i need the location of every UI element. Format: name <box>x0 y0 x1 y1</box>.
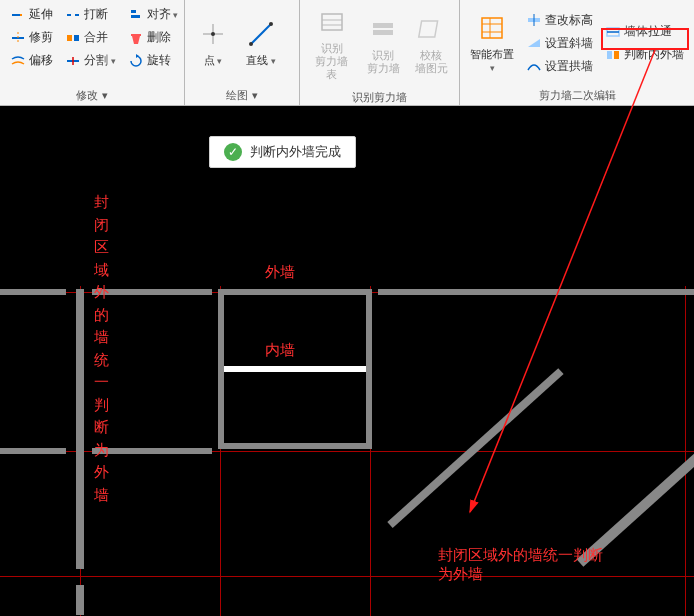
wall-segment <box>378 289 694 295</box>
line-label: 直线 <box>246 54 276 67</box>
rotate-button[interactable]: 旋转 <box>124 50 183 71</box>
merge-label: 合并 <box>84 29 108 46</box>
check-element-button: 校核 墙图元 <box>407 9 455 79</box>
point-label: 点 <box>204 54 223 67</box>
recognize-table-button: 识别 剪力墙表 <box>304 2 359 86</box>
smart-label: 智能布置 <box>470 48 514 74</box>
smart-layout-button[interactable]: 智能布置 <box>464 8 520 78</box>
wall-segment <box>0 448 66 454</box>
set-slope-button[interactable]: 设置斜墙 <box>522 33 597 54</box>
svg-point-15 <box>211 32 215 36</box>
ribbon-toolbar: 延伸 修剪 偏移 打断 合并 分割 对齐 删除 旋转 修改 ▾ 点 <box>0 0 694 106</box>
svg-line-16 <box>251 24 271 44</box>
set-arch-button[interactable]: 设置拱墙 <box>522 56 597 77</box>
recog-wall-label: 识别 剪力墙 <box>367 49 400 75</box>
svg-rect-32 <box>607 51 612 59</box>
bottom-annotation: 封闭区域外的墙统一判断 为外墙 <box>438 546 603 584</box>
svg-rect-19 <box>322 14 342 30</box>
wall-through-button[interactable]: 墙体拉通 <box>601 21 688 42</box>
vertical-annotation: 封闭区域外的墙统一判断为外墙 <box>94 191 109 506</box>
align-label: 对齐 <box>147 6 179 23</box>
svg-rect-12 <box>131 34 141 36</box>
svg-rect-10 <box>131 10 136 13</box>
break-button[interactable]: 打断 <box>61 4 120 25</box>
extend-icon <box>10 7 26 23</box>
align-button[interactable]: 对齐 <box>124 4 183 25</box>
draw-group-title: 绘图 ▾ <box>189 84 295 105</box>
svg-rect-11 <box>131 15 140 18</box>
check-elevation-button[interactable]: 查改标高 <box>522 10 597 31</box>
trim-button[interactable]: 修剪 <box>6 27 57 48</box>
rotate-icon <box>128 53 144 69</box>
extend-label: 延伸 <box>29 6 53 23</box>
wall-segment <box>0 289 66 295</box>
edit-group-title: 剪力墙二次编辑 <box>464 84 690 105</box>
offset-label: 偏移 <box>29 52 53 69</box>
axis-line-v <box>685 286 686 616</box>
recog-table-label: 识别 剪力墙表 <box>310 42 353 82</box>
split-button[interactable]: 分割 <box>61 50 120 71</box>
check-elem-label: 校核 墙图元 <box>415 49 448 75</box>
trim-label: 修剪 <box>29 29 53 46</box>
trim-icon <box>10 30 26 46</box>
break-icon <box>65 7 81 23</box>
check-elev-label: 查改标高 <box>545 12 593 29</box>
through-icon <box>605 24 621 40</box>
align-icon <box>128 7 144 23</box>
toast-success: ✓ 判断内外墙完成 <box>209 136 356 168</box>
extend-button[interactable]: 延伸 <box>6 4 57 25</box>
judge-wall-button[interactable]: 判断内外墙 <box>601 44 688 65</box>
outer-wall-label: 外墙 <box>265 263 295 282</box>
wall-icon <box>367 13 399 45</box>
svg-rect-33 <box>614 51 619 59</box>
merge-icon <box>65 30 81 46</box>
svg-line-34 <box>470 50 655 512</box>
line-icon <box>245 18 277 50</box>
ribbon-group-modify: 延伸 修剪 偏移 打断 合并 分割 对齐 删除 旋转 修改 ▾ <box>0 0 185 105</box>
break-label: 打断 <box>84 6 108 23</box>
modify-group-title: 修改 ▾ <box>4 84 180 105</box>
arch-icon <box>526 58 542 74</box>
line-button[interactable]: 直线 <box>237 14 285 71</box>
svg-point-18 <box>269 22 273 26</box>
svg-rect-7 <box>74 35 79 41</box>
check-icon: ✓ <box>224 143 242 161</box>
wall-segment <box>76 289 84 569</box>
recognize-wall-button: 识别 剪力墙 <box>359 9 407 79</box>
wall-segment <box>76 585 84 615</box>
table-icon <box>316 6 348 38</box>
elev-icon <box>526 12 542 28</box>
room-inner-wall <box>224 366 366 372</box>
check-elem-icon <box>415 13 447 45</box>
ribbon-group-recognize: 识别 剪力墙表 识别 剪力墙 校核 墙图元 识别剪力墙 <box>300 0 460 105</box>
point-button[interactable]: 点 <box>189 14 237 71</box>
offset-icon <box>10 53 26 69</box>
slope-icon <box>526 35 542 51</box>
split-icon <box>65 53 81 69</box>
svg-rect-24 <box>482 18 502 38</box>
drawing-canvas[interactable]: ✓ 判断内外墙完成 外墙 内墙 封闭区域外的墙统一判断为外墙 封闭区域外的墙统一… <box>0 106 694 616</box>
judge-icon <box>605 47 621 63</box>
ribbon-group-draw: 点 直线 绘图 ▾ <box>185 0 300 105</box>
point-icon <box>197 18 229 50</box>
wall-segment <box>92 289 212 295</box>
inner-wall-label: 内墙 <box>265 341 295 360</box>
ribbon-group-edit: 智能布置 查改标高 设置斜墙 设置拱墙 墙体拉通 判断内外墙 剪力墙二次编辑 <box>460 0 694 105</box>
through-label: 墙体拉通 <box>624 23 672 40</box>
set-slope-label: 设置斜墙 <box>545 35 593 52</box>
svg-rect-23 <box>373 30 393 35</box>
svg-rect-6 <box>67 35 72 41</box>
delete-label: 删除 <box>147 29 171 46</box>
merge-button[interactable]: 合并 <box>61 27 120 48</box>
wall-segment <box>92 448 212 454</box>
svg-point-17 <box>249 42 253 46</box>
toast-text: 判断内外墙完成 <box>250 143 341 161</box>
delete-button[interactable]: 删除 <box>124 27 183 48</box>
svg-rect-22 <box>373 23 393 28</box>
wall-segment-diagonal <box>387 368 563 528</box>
rotate-label: 旋转 <box>147 52 171 69</box>
smart-icon <box>476 12 508 44</box>
offset-button[interactable]: 偏移 <box>6 50 57 71</box>
split-label: 分割 <box>84 52 116 69</box>
recognize-group-title: 识别剪力墙 <box>304 86 455 107</box>
